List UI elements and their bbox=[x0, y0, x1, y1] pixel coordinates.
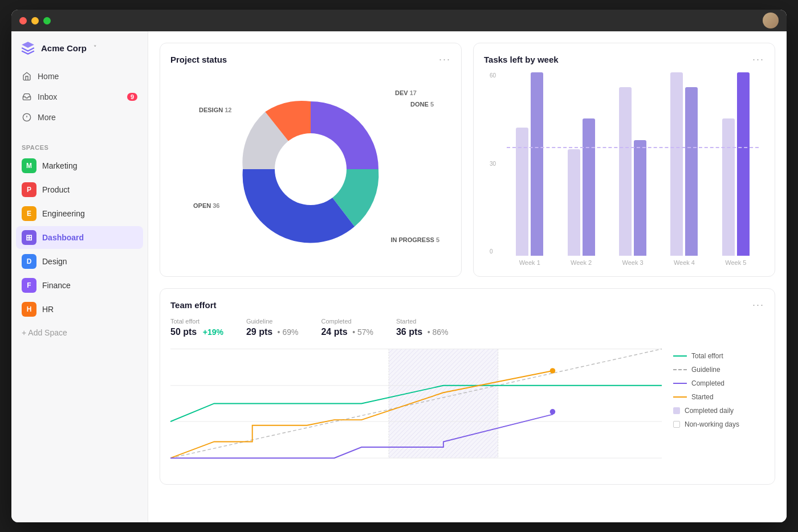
legend-started-label: Started bbox=[691, 393, 714, 401]
bar-week4-dark bbox=[685, 87, 698, 256]
legend-completed: Completed bbox=[673, 379, 764, 387]
effort-started-value: 36 pts bbox=[396, 327, 422, 337]
week3-label: Week 3 bbox=[622, 259, 643, 266]
legend-non-working-label: Non-working days bbox=[685, 420, 739, 428]
effort-completed: Completed 24 pts • 57% bbox=[321, 318, 373, 337]
marketing-icon: M bbox=[22, 158, 36, 173]
spaces-list: M Marketing P Product E Engineering ⊞ Da… bbox=[11, 154, 148, 322]
team-effort-header: Team effort ··· bbox=[170, 299, 764, 311]
maximize-button[interactable] bbox=[43, 17, 51, 24]
dashboard-icon: ⊞ bbox=[22, 230, 36, 245]
hr-label: HR bbox=[42, 305, 54, 314]
legend-guideline: Guideline bbox=[673, 366, 764, 374]
tasks-by-week-header: Tasks left by week ··· bbox=[484, 54, 764, 66]
sidebar-item-dashboard[interactable]: ⊞ Dashboard bbox=[16, 226, 143, 249]
top-row: Project status ··· bbox=[160, 43, 775, 277]
bar-chart-area: 0 30 60 bbox=[490, 72, 759, 266]
effort-total-delta: +19% bbox=[203, 328, 223, 337]
traffic-lights bbox=[19, 17, 51, 24]
svg-point-18 bbox=[550, 409, 556, 415]
sidebar-item-marketing[interactable]: M Marketing bbox=[16, 154, 143, 177]
team-effort-card: Team effort ··· Total effort 50 pts +19%… bbox=[160, 288, 775, 485]
effort-guideline-value: 29 pts bbox=[246, 327, 272, 337]
bar-week3-dark bbox=[634, 140, 646, 256]
app-window: Acme Corp ˅ Home bbox=[11, 10, 787, 522]
bar-y-axis: 0 30 60 bbox=[490, 72, 496, 255]
team-effort-title: Team effort bbox=[170, 300, 217, 310]
user-avatar[interactable] bbox=[763, 13, 779, 28]
team-effort-more[interactable]: ··· bbox=[752, 299, 764, 311]
design-icon: D bbox=[22, 254, 36, 269]
effort-started: Started 36 pts • 86% bbox=[396, 318, 449, 337]
tasks-by-week-card: Tasks left by week ··· 0 30 60 bbox=[473, 43, 775, 277]
y-label-0: 0 bbox=[490, 248, 496, 255]
more-label: More bbox=[38, 113, 56, 122]
label-open: OPEN 36 bbox=[193, 202, 219, 209]
effort-stats: Total effort 50 pts +19% Guideline 29 pt… bbox=[170, 318, 764, 337]
titlebar bbox=[11, 10, 787, 31]
sidebar-item-product[interactable]: P Product bbox=[16, 178, 143, 201]
y-label-60: 60 bbox=[490, 72, 496, 79]
bar-group-week2: Week 2 bbox=[558, 72, 604, 266]
sidebar-item-home[interactable]: Home bbox=[16, 67, 143, 86]
sidebar-item-design[interactable]: D Design bbox=[16, 250, 143, 273]
guideline bbox=[507, 147, 759, 148]
legend-completed-label: Completed bbox=[691, 379, 724, 387]
bar-week4-light bbox=[670, 72, 683, 256]
project-status-title: Project status bbox=[170, 55, 227, 64]
legend-non-working: Non-working days bbox=[673, 420, 764, 428]
legend-total-effort-label: Total effort bbox=[691, 352, 723, 360]
bar-week2-dark bbox=[583, 118, 595, 256]
project-status-header: Project status ··· bbox=[170, 54, 451, 66]
chart-legend: Total effort Guideline Completed St bbox=[673, 346, 764, 474]
dashboard-label: Dashboard bbox=[42, 233, 84, 242]
bar-group-week3: Week 3 bbox=[610, 72, 656, 266]
tasks-by-week-title: Tasks left by week bbox=[484, 55, 559, 64]
effort-completed-value: 24 pts bbox=[321, 327, 347, 337]
spaces-section-label: Spaces bbox=[11, 140, 148, 154]
engineering-label: Engineering bbox=[42, 209, 85, 218]
sidebar-item-engineering[interactable]: E Engineering bbox=[16, 202, 143, 225]
bar-group-week1: Week 1 bbox=[507, 72, 552, 266]
svg-point-17 bbox=[550, 368, 556, 374]
sidebar-item-more[interactable]: More bbox=[16, 108, 143, 127]
sidebar-item-finance[interactable]: F Finance bbox=[16, 274, 143, 297]
bar-week1-dark bbox=[531, 72, 543, 256]
workspace-name: Acme Corp bbox=[41, 43, 87, 53]
legend-completed-daily: Completed daily bbox=[673, 407, 764, 415]
home-label: Home bbox=[38, 72, 59, 81]
legend-total-effort: Total effort bbox=[673, 352, 764, 360]
label-dev: DEV 17 bbox=[395, 89, 417, 96]
bar-group-week4: Week 4 bbox=[661, 72, 707, 266]
bar-chart: 0 30 60 bbox=[484, 72, 764, 266]
week1-label: Week 1 bbox=[519, 259, 540, 266]
close-button[interactable] bbox=[19, 17, 27, 24]
workspace-chevron-icon: ˅ bbox=[93, 44, 97, 52]
sidebar-item-inbox[interactable]: Inbox 9 bbox=[16, 87, 143, 107]
marketing-label: Marketing bbox=[42, 161, 77, 170]
week2-label: Week 2 bbox=[571, 259, 592, 266]
label-done: DONE 5 bbox=[410, 101, 434, 108]
legend-total-effort-line bbox=[673, 355, 687, 357]
more-icon bbox=[22, 112, 32, 122]
bar-week3-light bbox=[619, 87, 632, 256]
add-space-button[interactable]: + Add Space bbox=[11, 324, 148, 341]
legend-non-working-box bbox=[673, 421, 680, 428]
pie-chart-container: DEV 17 DONE 5 IN PROGRESS 5 OPEN 36 DESI… bbox=[170, 72, 451, 266]
minimize-button[interactable] bbox=[31, 17, 39, 24]
project-status-more[interactable]: ··· bbox=[439, 54, 451, 66]
titlebar-right bbox=[763, 13, 779, 28]
sidebar-nav: Home Inbox 9 bbox=[11, 67, 148, 128]
effort-completed-label: Completed bbox=[321, 318, 373, 325]
svg-point-3 bbox=[275, 133, 347, 205]
finance-label: Finance bbox=[42, 281, 71, 290]
line-chart-area: 20 30 40 50 bbox=[170, 346, 764, 474]
workspace-header[interactable]: Acme Corp ˅ bbox=[11, 40, 148, 67]
main-content: Project status ··· bbox=[148, 31, 787, 522]
y-label-30: 30 bbox=[490, 161, 496, 167]
effort-guideline-label: Guideline bbox=[246, 318, 299, 325]
bar-group-week5: Week 5 bbox=[713, 72, 759, 266]
sidebar-item-hr[interactable]: H HR bbox=[16, 298, 143, 321]
bar-week5-light bbox=[722, 118, 735, 256]
tasks-by-week-more[interactable]: ··· bbox=[752, 54, 764, 66]
